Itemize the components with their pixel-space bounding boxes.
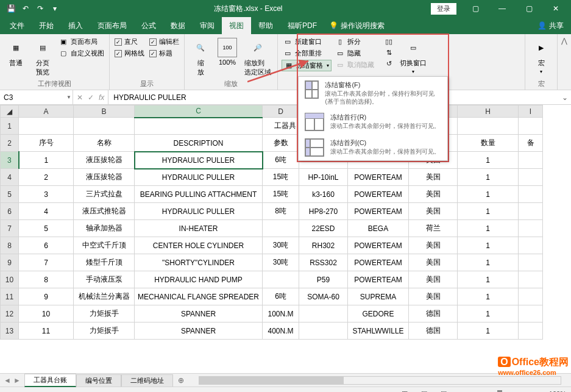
row-header[interactable]: 10	[1, 271, 19, 288]
cell[interactable]	[519, 220, 543, 237]
undo-icon[interactable]: ↶	[20, 2, 32, 15]
tab-foxit[interactable]: 福昕PDF	[280, 17, 324, 34]
cell[interactable]	[519, 271, 543, 288]
cell[interactable]: 备	[519, 135, 543, 152]
save-icon[interactable]: 💾	[5, 2, 17, 15]
cell[interactable]: SOMA-60	[299, 288, 348, 305]
cell[interactable]: DESCRIPTION	[135, 135, 263, 152]
cell[interactable]: 矮型千斤顶	[74, 254, 135, 271]
row-header[interactable]: 6	[1, 203, 19, 220]
cell[interactable]: BEARING PULLING ATTACHMENT	[135, 186, 263, 203]
cell[interactable]: STAHLWWILLE	[348, 323, 409, 340]
sheet-tab[interactable]: 二维码地址	[121, 374, 173, 387]
cell[interactable]: MECHANICAL FLANGE SPREADER	[135, 288, 263, 305]
cell[interactable]: 液压拔轮器	[74, 152, 135, 169]
sheet-tab[interactable]: 工器具台账	[24, 374, 76, 387]
cell[interactable]: 名称	[74, 135, 135, 152]
cell[interactable]: RSS302	[299, 254, 348, 271]
row-header[interactable]: 12	[1, 305, 19, 323]
cell[interactable]: 6吨	[263, 152, 299, 169]
row-header[interactable]: 11	[1, 288, 19, 305]
cell[interactable]: 美国	[409, 186, 458, 203]
cell[interactable]: 30吨	[263, 254, 299, 271]
cell[interactable]: 1	[458, 288, 519, 305]
cell[interactable]: 9	[19, 288, 74, 305]
cell[interactable]: 8	[19, 271, 74, 288]
cell[interactable]: 8吨	[263, 203, 299, 220]
col-header[interactable]: H	[458, 105, 519, 118]
cell[interactable]	[299, 323, 348, 340]
cell[interactable]	[519, 169, 543, 186]
custom-view-button[interactable]: ▢自定义视图	[57, 48, 105, 59]
close-icon[interactable]: ✕	[543, 0, 569, 17]
sheet-tab[interactable]: 编号位置	[76, 374, 121, 387]
sheet-nav-prev-icon[interactable]: ◄	[4, 376, 11, 385]
freeze-first-col-item[interactable]: 冻结首列(C)滚动工作表其余部分时，保持首列可见。	[299, 135, 447, 160]
cell[interactable]: 1	[458, 271, 519, 288]
cell[interactable]: POWERTEAM	[348, 254, 409, 271]
zoom-selection-button[interactable]: 🔎缩放到 选定区域	[242, 37, 274, 78]
freeze-top-row-item[interactable]: 冻结首行(R)滚动工作表其余部分时，保持首行可见。	[299, 109, 447, 135]
row-header[interactable]: 8	[1, 237, 19, 254]
cell[interactable]: HP8-270	[299, 203, 348, 220]
cell[interactable]: 1	[458, 186, 519, 203]
zoom-out-icon[interactable]: ―	[456, 390, 463, 393]
cell[interactable]: 德国	[409, 305, 458, 323]
cell[interactable]: 1	[458, 220, 519, 237]
cell[interactable]: 6吨	[263, 288, 299, 305]
cell[interactable]: RH302	[299, 237, 348, 254]
tab-review[interactable]: 审阅	[193, 17, 222, 34]
cell[interactable]: 4	[19, 203, 74, 220]
cell[interactable]: 11	[19, 323, 74, 340]
tab-home[interactable]: 开始	[32, 17, 61, 34]
cell[interactable]: 液压式推轮器	[74, 203, 135, 220]
cell[interactable]: 1	[458, 305, 519, 323]
horizontal-scrollbar[interactable]	[199, 376, 561, 385]
cell[interactable]: POWERTEAM	[348, 237, 409, 254]
row-header[interactable]: 2	[1, 135, 19, 152]
active-cell[interactable]: HYDRAULIC PULLER	[135, 152, 263, 169]
spreadsheet-grid[interactable]: ◢ A B C D E F G H I 1工器具 2 序号名称DESCRIPTI…	[0, 105, 571, 373]
cell[interactable]: 液压拔轮器	[74, 169, 135, 186]
col-header[interactable]: B	[74, 105, 135, 118]
cell[interactable]: 30吨	[263, 237, 299, 254]
zoom-button[interactable]: 🔍缩 放	[188, 37, 213, 78]
zoom-100-button[interactable]: 100100%	[215, 37, 239, 67]
cell[interactable]: 美国	[409, 254, 458, 271]
page-break-view-icon[interactable]: ▤	[437, 388, 450, 393]
cell[interactable]: CENTER HOLE CYLINDER	[135, 237, 263, 254]
cancel-icon[interactable]: ✕	[77, 93, 83, 102]
row-header[interactable]: 5	[1, 186, 19, 203]
cell[interactable]: 手动液压泵	[74, 271, 135, 288]
cell[interactable]: POWERTEAM	[348, 271, 409, 288]
row-header[interactable]: 1	[1, 118, 19, 135]
cell[interactable]: 三片式拉盘	[74, 186, 135, 203]
cell[interactable]: GEDORE	[348, 305, 409, 323]
cell[interactable]: 参数	[263, 135, 299, 152]
cell[interactable]	[299, 305, 348, 323]
cell[interactable]	[519, 186, 543, 203]
redo-icon[interactable]: ↷	[34, 2, 46, 15]
cell[interactable]: 工器具	[263, 118, 299, 135]
cell[interactable]: HYDRAULIC PULLER	[135, 169, 263, 186]
cell[interactable]: HYDRAULIC PULLER	[135, 203, 263, 220]
cell[interactable]: SPANNER	[135, 305, 263, 323]
sheet-nav-next-icon[interactable]: ►	[13, 376, 21, 385]
select-all-corner[interactable]: ◢	[1, 105, 19, 118]
cell[interactable]: 1	[458, 323, 519, 340]
fx-icon[interactable]: fx	[99, 93, 104, 102]
cell[interactable]: 400N.M	[263, 323, 299, 340]
cell[interactable]: 5	[19, 220, 74, 237]
cell[interactable]: 数量	[458, 135, 519, 152]
headings-checkbox[interactable]: ✓标题	[148, 48, 180, 59]
cell[interactable]: POWERTEAM	[348, 169, 409, 186]
normal-view-icon[interactable]: ▦	[398, 388, 411, 393]
cell[interactable]	[519, 323, 543, 340]
cell[interactable]: 6	[19, 237, 74, 254]
col-header[interactable]: A	[19, 105, 74, 118]
cell[interactable]: 22ESD	[299, 220, 348, 237]
col-header[interactable]: D	[263, 105, 299, 118]
row-header[interactable]: 4	[1, 169, 19, 186]
cell[interactable]: 德国	[409, 323, 458, 340]
cell[interactable]: HYDRAULIC HAND PUMP	[135, 271, 263, 288]
